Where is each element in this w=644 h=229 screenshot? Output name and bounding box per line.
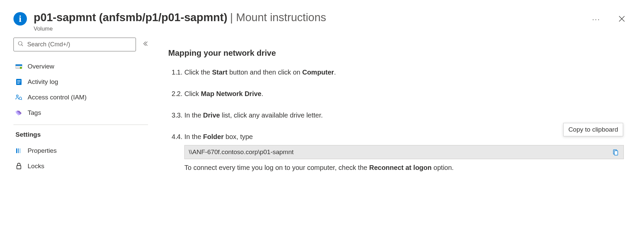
section-title-settings: Settings bbox=[13, 130, 148, 143]
svg-rect-5 bbox=[17, 80, 21, 81]
copy-tooltip: Copy to clipboard bbox=[563, 123, 623, 136]
sidebar-item-overview[interactable]: Overview bbox=[13, 59, 148, 74]
svg-rect-7 bbox=[17, 83, 20, 84]
search-icon bbox=[18, 41, 23, 48]
sidebar: Overview Activity log Access control (IA… bbox=[13, 38, 148, 178]
instruction-step-4: In the Folder box, type \\ANF-670f.conto… bbox=[184, 132, 624, 173]
sidebar-item-properties[interactable]: Properties bbox=[13, 143, 148, 158]
sidebar-item-label: Access control (IAM) bbox=[28, 94, 86, 101]
svg-rect-11 bbox=[18, 148, 19, 153]
sidebar-item-label: Properties bbox=[28, 147, 57, 154]
header-text-group: p01-sapmnt (anfsmb/p1/p01-sapmnt) | Moun… bbox=[34, 11, 631, 32]
header-info-icon: i bbox=[13, 12, 27, 26]
close-button[interactable] bbox=[617, 14, 627, 24]
path-box: \\ANF-670f.contoso.corp\p01-sapmnt bbox=[184, 145, 624, 159]
svg-rect-10 bbox=[16, 148, 17, 153]
tags-icon bbox=[15, 109, 22, 116]
path-text[interactable]: \\ANF-670f.contoso.corp\p01-sapmnt bbox=[189, 147, 612, 157]
overview-icon bbox=[15, 63, 22, 70]
instruction-step-3: In the Drive list, click any available d… bbox=[184, 110, 624, 120]
svg-rect-6 bbox=[17, 82, 21, 82]
search-input[interactable] bbox=[27, 41, 132, 48]
svg-rect-2 bbox=[15, 64, 22, 66]
sidebar-item-access-control[interactable]: Access control (IAM) bbox=[13, 90, 148, 105]
svg-rect-15 bbox=[614, 151, 618, 155]
more-actions-button[interactable]: ··· bbox=[592, 15, 600, 24]
collapse-sidebar-button[interactable] bbox=[143, 41, 148, 48]
svg-point-8 bbox=[16, 95, 18, 96]
sidebar-item-label: Tags bbox=[28, 109, 41, 117]
title-section: | Mount instructions bbox=[230, 11, 326, 24]
copy-button[interactable] bbox=[612, 148, 619, 156]
svg-point-0 bbox=[19, 42, 22, 45]
divider bbox=[13, 125, 148, 125]
properties-icon bbox=[15, 147, 22, 154]
svg-rect-13 bbox=[17, 166, 21, 169]
sidebar-item-label: Locks bbox=[28, 163, 44, 170]
followup-text: To connect every time you log on to your… bbox=[184, 163, 624, 173]
instruction-step-1: Click the Start button and then click on… bbox=[184, 67, 624, 77]
svg-point-3 bbox=[20, 67, 22, 69]
title-resource: p01-sapmnt (anfsmb/p1/p01-sapmnt) bbox=[34, 11, 227, 24]
page-title: p01-sapmnt (anfsmb/p1/p01-sapmnt) | Moun… bbox=[34, 11, 631, 24]
sidebar-item-label: Overview bbox=[28, 63, 54, 70]
sidebar-item-activity-log[interactable]: Activity log bbox=[13, 74, 148, 90]
activity-log-icon bbox=[15, 79, 22, 85]
sidebar-item-tags[interactable]: Tags bbox=[13, 105, 148, 121]
search-box[interactable] bbox=[13, 38, 136, 51]
locks-icon bbox=[15, 163, 22, 170]
content-area: Mapping your network drive Click the Sta… bbox=[148, 38, 631, 178]
resource-type: Volume bbox=[34, 26, 631, 32]
sidebar-item-label: Activity log bbox=[28, 78, 58, 86]
access-control-icon bbox=[15, 94, 22, 101]
instruction-step-2: Click Map Network Drive. bbox=[184, 89, 624, 99]
svg-rect-12 bbox=[20, 148, 21, 153]
content-heading: Mapping your network drive bbox=[168, 48, 624, 58]
instructions-list: Click the Start button and then click on… bbox=[168, 67, 624, 173]
sidebar-item-locks[interactable]: Locks bbox=[13, 158, 148, 174]
